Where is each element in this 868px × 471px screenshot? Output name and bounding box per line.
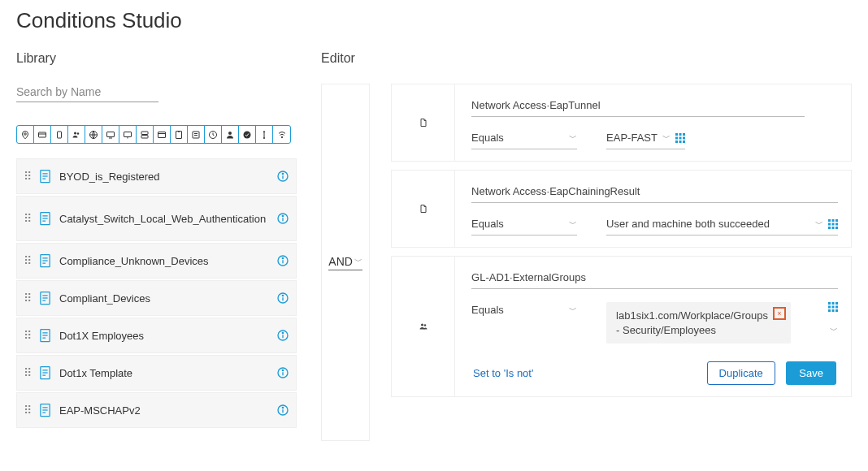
device-icon[interactable] [51, 126, 68, 143]
server-icon[interactable] [137, 126, 154, 143]
svg-rect-10 [124, 132, 132, 136]
file-icon [39, 403, 51, 417]
svg-point-66 [282, 369, 283, 370]
page-icon [419, 118, 428, 127]
usb-icon[interactable] [256, 126, 273, 143]
info-icon[interactable] [276, 212, 289, 225]
svg-rect-80 [675, 140, 678, 143]
rule-attribute[interactable]: Network Access·EapChainingResult [471, 184, 838, 203]
chevron-down-icon[interactable]: ﹀ [830, 325, 838, 336]
value-select[interactable]: User and machine both succeeded ﹀ [606, 216, 838, 236]
combiner-select[interactable]: AND ﹀ [328, 255, 362, 270]
svg-point-73 [282, 407, 283, 408]
operator-select[interactable]: Equals ﹀ [471, 302, 577, 319]
drag-handle-icon[interactable]: ⠿ [24, 296, 31, 300]
chevron-down-icon: ﹀ [569, 305, 577, 316]
info-icon[interactable] [276, 329, 289, 342]
save-button[interactable]: Save [786, 361, 836, 385]
library-item[interactable]: ⠿Compliant_Devices [16, 280, 297, 316]
grid-icon[interactable] [675, 133, 685, 143]
svg-point-93 [423, 324, 425, 326]
svg-rect-76 [683, 133, 685, 136]
search-input[interactable] [16, 84, 158, 102]
svg-point-59 [282, 332, 283, 333]
info-icon[interactable] [276, 404, 289, 417]
svg-point-23 [263, 137, 265, 139]
remove-value-button[interactable]: × [773, 307, 786, 320]
operator-select[interactable]: Equals ﹀ [471, 216, 577, 236]
svg-rect-90 [832, 227, 835, 229]
user-icon[interactable] [222, 126, 239, 143]
grid-icon[interactable] [828, 219, 838, 229]
chevron-down-icon: ﹀ [354, 256, 362, 267]
clock-icon[interactable] [205, 126, 222, 143]
check-circle-icon[interactable] [239, 126, 256, 143]
svg-rect-13 [141, 135, 148, 138]
library-item-label: Compliant_Devices [59, 289, 268, 308]
svg-rect-83 [828, 219, 831, 222]
svg-rect-87 [832, 223, 835, 225]
svg-point-24 [281, 136, 283, 138]
value-pill[interactable]: lab1six1.com/Workplace/Groups - Security… [606, 302, 791, 344]
location-pin-icon[interactable] [17, 126, 34, 143]
info-icon[interactable] [276, 292, 289, 305]
wifi-icon[interactable] [273, 126, 290, 143]
library-item[interactable]: ⠿Compliance_Unknown_Devices [16, 243, 297, 279]
library-item[interactable]: ⠿EAP-MSCHAPv2 [16, 392, 297, 428]
editor-heading: Editor [321, 40, 852, 84]
monitor-icon[interactable] [102, 126, 119, 143]
svg-rect-88 [835, 223, 838, 225]
rule-attribute[interactable]: GL-AD1·ExternalGroups [471, 270, 838, 289]
library-item[interactable]: ⠿Dot1x Template [16, 355, 297, 391]
svg-rect-84 [832, 219, 835, 222]
rule-type-icon-cell [392, 171, 455, 247]
svg-rect-75 [679, 133, 681, 136]
browser-icon[interactable] [154, 126, 171, 143]
library-item[interactable]: ⠿BYOD_is_Registered [16, 158, 297, 194]
duplicate-button[interactable]: Duplicate [707, 361, 775, 385]
svg-rect-97 [828, 306, 831, 309]
drag-handle-icon[interactable]: ⠿ [24, 174, 31, 179]
group-icon[interactable] [68, 126, 85, 143]
list-icon[interactable] [188, 126, 205, 143]
svg-rect-78 [679, 136, 681, 139]
svg-point-4 [74, 132, 76, 134]
combiner-label: AND [328, 255, 353, 268]
drag-handle-icon[interactable]: ⠿ [24, 370, 31, 375]
globe-icon[interactable] [85, 126, 102, 143]
file-icon [39, 169, 51, 184]
library-item-label: Catalyst_Switch_Local_Web_Authentication [59, 210, 268, 228]
operator-label: Equals [471, 132, 504, 144]
page-icon [419, 204, 428, 214]
set-isnot-link[interactable]: Set to 'Is not' [473, 367, 533, 379]
info-icon[interactable] [276, 366, 289, 379]
info-icon[interactable] [276, 254, 289, 267]
chevron-down-icon: ﹀ [815, 218, 823, 230]
svg-point-22 [244, 131, 251, 138]
drag-handle-icon[interactable]: ⠿ [24, 216, 31, 221]
library-item[interactable]: ⠿Catalyst_Switch_Local_Web_Authenticatio… [16, 196, 297, 241]
id-card-icon[interactable] [34, 126, 51, 143]
svg-rect-85 [835, 219, 838, 222]
grid-icon[interactable] [828, 302, 838, 312]
tablet-icon[interactable] [171, 126, 188, 143]
rule-card: GL-AD1·ExternalGroups Equals ﹀ lab1six1.… [391, 256, 852, 397]
rule-card: Network Access·EapChainingResult Equals … [391, 170, 852, 248]
svg-rect-8 [107, 132, 115, 136]
network-monitor-icon[interactable] [119, 126, 137, 143]
drag-handle-icon[interactable]: ⠿ [24, 408, 31, 413]
svg-point-38 [282, 215, 283, 216]
svg-rect-86 [828, 223, 831, 225]
svg-rect-101 [832, 309, 835, 312]
value-select[interactable]: EAP-FAST ﹀ [606, 130, 685, 149]
svg-point-5 [77, 132, 79, 134]
operator-select[interactable]: Equals ﹀ [471, 130, 577, 149]
svg-rect-14 [158, 132, 166, 137]
drag-handle-icon[interactable]: ⠿ [24, 333, 31, 338]
operator-label: Equals [471, 304, 504, 316]
rule-attribute[interactable]: Network Access·EapTunnel [471, 97, 805, 117]
drag-handle-icon[interactable]: ⠿ [24, 258, 31, 263]
library-item[interactable]: ⠿Dot1X Employees [16, 318, 297, 353]
info-icon[interactable] [276, 170, 289, 183]
svg-rect-77 [675, 136, 678, 139]
